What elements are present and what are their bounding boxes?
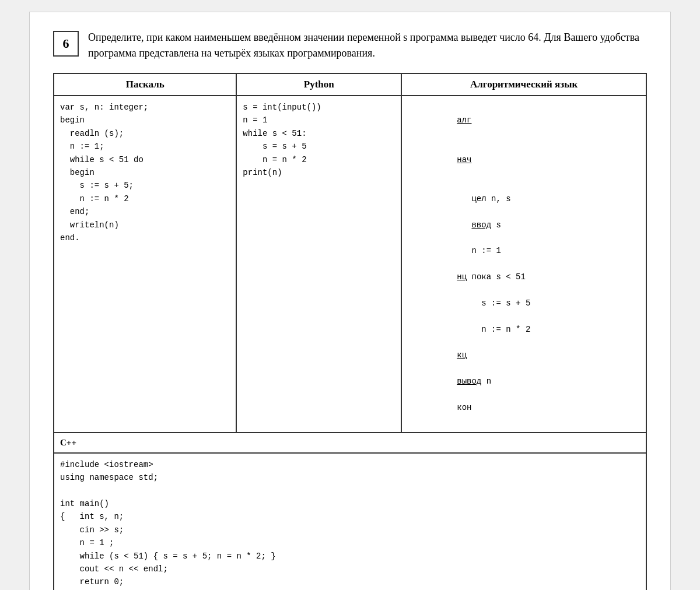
algo-vvod: ввод	[471, 220, 491, 230]
table-header-row: Паскаль Python Алгоритмический язык	[54, 73, 646, 96]
algo-nc: нц	[457, 272, 467, 282]
main-table: Паскаль Python Алгоритмический язык var …	[53, 73, 647, 590]
algo-kc: кц	[457, 350, 467, 360]
algo-code: алг нач цел n, s ввод s n := 1 нц пока s…	[408, 101, 640, 427]
algo-nach: нач	[457, 155, 471, 164]
question-header: 6 Определите, при каком наименьшем введё…	[53, 30, 647, 61]
python-cell: s = int(input()) n = 1 while s < 51: s =…	[236, 96, 401, 433]
cpp-code-cell: #include <iostream> using namespace std;…	[54, 453, 646, 590]
algo-kon: кон	[457, 403, 471, 412]
header-python: Python	[236, 73, 401, 96]
cpp-header: C++	[60, 438, 76, 447]
table-code-row: var s, n: integer; begin readln (s); n :…	[54, 96, 646, 433]
page: 6 Определите, при каком наименьшем введё…	[29, 12, 671, 590]
question-number: 6	[53, 31, 79, 57]
algo-cell: алг нач цел n, s ввод s n := 1 нц пока s…	[401, 96, 646, 433]
cpp-row: C++	[54, 433, 646, 453]
pascal-cell: var s, n: integer; begin readln (s); n :…	[54, 96, 236, 433]
cpp-code: #include <iostream> using namespace std;…	[60, 458, 640, 590]
cpp-header-cell: C++	[54, 433, 646, 453]
question-text: Определите, при каком наименьшем введённ…	[88, 30, 647, 61]
header-algo: Алгоритмический язык	[401, 73, 646, 96]
header-pascal: Паскаль	[54, 73, 236, 96]
cpp-code-row: #include <iostream> using namespace std;…	[54, 453, 646, 590]
pascal-code: var s, n: integer; begin readln (s); n :…	[60, 101, 230, 244]
algo-alg: алг	[457, 115, 471, 125]
algo-vyvod: вывод	[457, 377, 481, 386]
python-code: s = int(input()) n = 1 while s < 51: s =…	[243, 101, 395, 179]
